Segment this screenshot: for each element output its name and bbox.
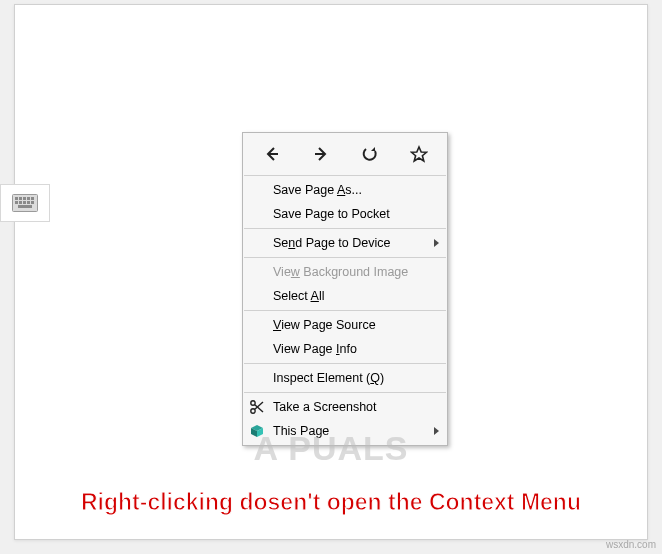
svg-rect-4: [27, 197, 30, 200]
svg-rect-5: [31, 197, 34, 200]
reload-button[interactable]: [350, 138, 390, 170]
separator: [244, 392, 446, 393]
svg-rect-8: [23, 201, 26, 204]
bookmark-button[interactable]: [399, 138, 439, 170]
keyboard-icon: [0, 184, 50, 222]
svg-rect-3: [23, 197, 26, 200]
menu-select-all[interactable]: Select All: [243, 284, 447, 308]
blank-icon: [247, 233, 267, 253]
blank-icon: [247, 339, 267, 359]
menu-save-page-as[interactable]: Save Page As...: [243, 178, 447, 202]
separator: [244, 228, 446, 229]
context-menu-nav-row: [243, 135, 447, 173]
separator: [244, 363, 446, 364]
menu-take-screenshot[interactable]: Take a Screenshot: [243, 395, 447, 419]
forward-button[interactable]: [301, 138, 341, 170]
blank-icon: [247, 368, 267, 388]
chevron-right-icon: [434, 239, 439, 247]
menu-view-bg-image: View Background Image: [243, 260, 447, 284]
separator: [244, 310, 446, 311]
blank-icon: [247, 262, 267, 282]
caption-text: Right-clicking dosen't open the Context …: [0, 489, 662, 516]
back-button[interactable]: [252, 138, 292, 170]
menu-view-info[interactable]: View Page Info: [243, 337, 447, 361]
scissors-icon: [247, 397, 267, 417]
svg-rect-1: [15, 197, 18, 200]
source-mark: wsxdn.com: [606, 539, 656, 550]
menu-send-page-device[interactable]: Send Page to Device: [243, 231, 447, 255]
svg-rect-9: [27, 201, 30, 204]
svg-rect-7: [19, 201, 22, 204]
blank-icon: [247, 204, 267, 224]
menu-save-page-pocket[interactable]: Save Page to Pocket: [243, 202, 447, 226]
blank-icon: [247, 180, 267, 200]
separator: [244, 175, 446, 176]
menu-inspect-element[interactable]: Inspect Element (Q): [243, 366, 447, 390]
blank-icon: [247, 286, 267, 306]
blank-icon: [247, 315, 267, 335]
svg-rect-2: [19, 197, 22, 200]
svg-rect-10: [31, 201, 34, 204]
separator: [244, 257, 446, 258]
svg-rect-11: [18, 205, 32, 208]
menu-view-source[interactable]: View Page Source: [243, 313, 447, 337]
context-menu: Save Page As... Save Page to Pocket Send…: [242, 132, 448, 446]
svg-rect-6: [15, 201, 18, 204]
watermark-logo: A PUALS: [0, 429, 662, 468]
